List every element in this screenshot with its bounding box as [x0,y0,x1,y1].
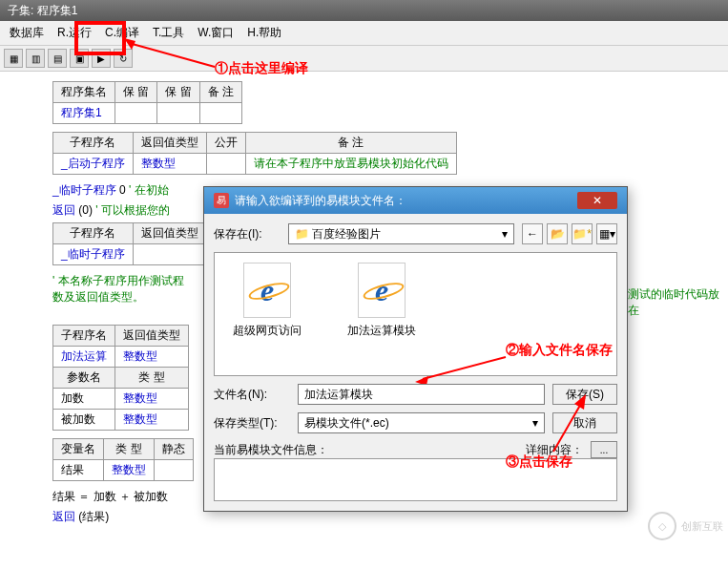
save-in-combo[interactable]: 📁 百度经验图片 ▾ [288,223,514,244]
table-program-set: 程序集名保 留保 留备 注 程序集1 [52,81,242,124]
th: 返回值类型 [115,326,189,347]
chevron-down-icon: ▾ [502,227,508,241]
th: 静态 [155,439,194,460]
file-label: 加法运算模块 [347,323,416,339]
menu-compile[interactable]: C.编译 [99,23,145,43]
th: 公开 [206,133,245,154]
menu-window[interactable]: W.窗口 [192,23,239,43]
th: 类 型 [115,368,189,389]
th: 备 注 [245,133,456,154]
menu-tools[interactable]: T.工具 [147,23,190,43]
td[interactable]: _临时子程序 [53,244,134,265]
td[interactable]: 程序集1 [53,103,115,124]
cancel-button[interactable]: 取消 [552,412,617,433]
watermark-logo: ◇ [648,512,676,540]
filetype-combo[interactable]: 易模块文件(*.ec) ▾ [298,412,545,433]
td[interactable]: 整数型 [115,389,189,410]
ie-icon [243,263,291,318]
title-text: 子集: 程序集1 [8,3,77,19]
th: 子程序名 [53,223,134,244]
th: 子程序名 [53,133,134,154]
td[interactable]: 被加数 [53,410,115,431]
close-button[interactable]: ✕ [577,192,617,209]
td[interactable]: 整数型 [104,460,155,481]
nav-view-icon[interactable]: ▦▾ [596,223,617,244]
menu-help[interactable]: H.帮助 [241,23,287,43]
info-label: 当前易模块文件信息： [214,442,328,458]
table-add-func: 子程序名返回值类型 加法运算整数型 参数名类 型 加数整数型 被加数整数型 [52,325,189,431]
toolbar-btn-1[interactable]: ▦ [4,49,23,68]
filetype-label: 保存类型(T): [214,415,290,432]
toolbar-btn-6[interactable]: ↻ [114,49,133,68]
nav-newfolder-icon[interactable]: 📁* [572,223,593,244]
table-temp-sub: 子程序名返回值类型 _临时子程序 [52,222,207,265]
th: 参数名 [53,368,115,389]
menu-run[interactable]: R.运行 [52,23,97,43]
app-icon: 易 [214,193,229,208]
th: 返回值类型 [133,133,206,154]
th: 程序集名 [53,82,115,103]
dialog-titlebar[interactable]: 易 请输入欲编译到的易模块文件名： ✕ [204,187,627,214]
file-item[interactable]: 加法运算模块 [339,263,425,366]
td[interactable]: 加法运算 [53,347,115,368]
file-item[interactable]: 超级网页访问 [224,263,310,366]
th: 保 留 [157,82,199,103]
toolbar-btn-2[interactable]: ▥ [26,49,45,68]
td[interactable]: 整数型 [115,347,189,368]
detail-button[interactable]: ... [591,441,617,458]
nav-up-icon[interactable]: 📂 [547,223,568,244]
td[interactable]: 结果 [53,460,104,481]
menu-database[interactable]: 数据库 [4,23,50,43]
th: 备 注 [199,82,241,103]
dialog-title-text: 请输入欲编译到的易模块文件名： [235,193,406,209]
filename-input[interactable] [298,384,545,405]
th: 类 型 [104,439,155,460]
titlebar: 子集: 程序集1 [0,0,728,21]
ie-icon [358,263,406,318]
table-startup-sub: 子程序名返回值类型公开备 注 _启动子程序整数型请在本子程序中放置易模块初始化代… [52,132,457,175]
save-dialog: 易 请输入欲编译到的易模块文件名： ✕ 保存在(I): 📁 百度经验图片 ▾ ←… [203,186,628,512]
detail-label: 详细内容： [526,442,583,458]
save-in-label: 保存在(I): [214,226,281,242]
filename-label: 文件名(N): [214,387,290,403]
nav-back-icon[interactable]: ← [522,223,543,244]
th: 变量名 [53,439,104,460]
td[interactable]: 加数 [53,389,115,410]
file-list[interactable]: 超级网页访问 加法运算模块 [214,252,617,376]
save-button[interactable]: 保存(S) [552,384,617,405]
toolbar-btn-3[interactable]: ▤ [48,49,67,68]
td[interactable]: 整数型 [133,154,206,175]
th: 返回值类型 [133,223,206,244]
td[interactable]: 整数型 [115,410,189,431]
menubar: 数据库 R.运行 C.编译 T.工具 W.窗口 H.帮助 [0,21,728,46]
th: 保 留 [115,82,157,103]
file-label: 超级网页访问 [233,323,302,339]
th: 子程序名 [53,326,115,347]
chevron-down-icon: ▾ [532,416,538,430]
watermark: ◇ 创新互联 [648,512,723,540]
toolbar-btn-5[interactable]: ▶ [92,49,111,68]
td[interactable]: _启动子程序 [53,154,134,175]
info-box [214,458,617,501]
td: 请在本子程序中放置易模块初始化代码 [245,154,456,175]
toolbar: ▦ ▥ ▤ ▣ ▶ ↻ [0,46,728,72]
toolbar-btn-4[interactable]: ▣ [70,49,89,68]
table-var: 变量名类 型静态 结果整数型 [52,438,194,481]
